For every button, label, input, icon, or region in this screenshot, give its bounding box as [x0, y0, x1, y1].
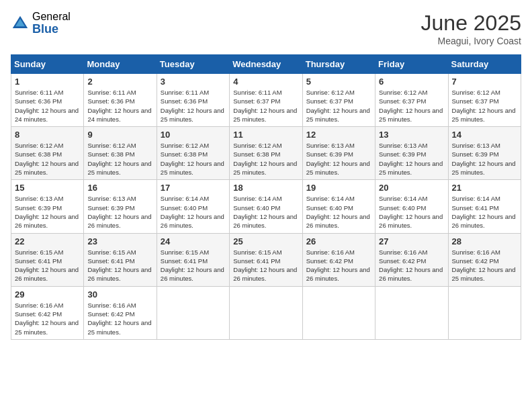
table-row [375, 286, 448, 339]
table-row: 11Sunrise: 6:12 AMSunset: 6:38 PMDayligh… [230, 127, 302, 180]
col-monday: Monday [84, 55, 157, 74]
table-row: 14Sunrise: 6:13 AMSunset: 6:39 PMDayligh… [448, 127, 521, 180]
table-row: 1Sunrise: 6:11 AMSunset: 6:36 PMDaylight… [11, 74, 84, 127]
col-thursday: Thursday [302, 55, 375, 74]
table-row [157, 286, 229, 339]
table-row: 10Sunrise: 6:12 AMSunset: 6:38 PMDayligh… [157, 127, 229, 180]
table-row: 3Sunrise: 6:11 AMSunset: 6:36 PMDaylight… [157, 74, 229, 127]
title-area: June 2025 Meagui, Ivory Coast [421, 11, 521, 46]
table-row: 4Sunrise: 6:11 AMSunset: 6:37 PMDaylight… [230, 74, 302, 127]
table-row: 27Sunrise: 6:16 AMSunset: 6:42 PMDayligh… [375, 233, 448, 286]
table-row: 26Sunrise: 6:16 AMSunset: 6:42 PMDayligh… [302, 233, 375, 286]
table-row: 29Sunrise: 6:16 AMSunset: 6:42 PMDayligh… [11, 286, 84, 339]
table-row: 5Sunrise: 6:12 AMSunset: 6:37 PMDaylight… [302, 74, 375, 127]
table-row: 16Sunrise: 6:13 AMSunset: 6:39 PMDayligh… [84, 180, 157, 233]
table-row [302, 286, 375, 339]
table-row [230, 286, 302, 339]
table-row: 17Sunrise: 6:14 AMSunset: 6:40 PMDayligh… [157, 180, 229, 233]
table-row: 19Sunrise: 6:14 AMSunset: 6:40 PMDayligh… [302, 180, 375, 233]
table-row: 22Sunrise: 6:15 AMSunset: 6:41 PMDayligh… [11, 233, 84, 286]
location-title: Meagui, Ivory Coast [421, 36, 521, 46]
col-saturday: Saturday [448, 55, 521, 74]
table-row: 13Sunrise: 6:13 AMSunset: 6:39 PMDayligh… [375, 127, 448, 180]
table-row: 18Sunrise: 6:14 AMSunset: 6:40 PMDayligh… [230, 180, 302, 233]
month-title: June 2025 [421, 11, 521, 36]
table-row: 9Sunrise: 6:12 AMSunset: 6:38 PMDaylight… [84, 127, 157, 180]
logo-blue: Blue [32, 23, 71, 36]
table-row: 12Sunrise: 6:13 AMSunset: 6:39 PMDayligh… [302, 127, 375, 180]
table-row: 15Sunrise: 6:13 AMSunset: 6:39 PMDayligh… [11, 180, 84, 233]
logo-icon [11, 14, 30, 33]
table-row [448, 286, 521, 339]
table-row: 30Sunrise: 6:16 AMSunset: 6:42 PMDayligh… [84, 286, 157, 339]
table-row: 25Sunrise: 6:15 AMSunset: 6:41 PMDayligh… [230, 233, 302, 286]
table-row: 2Sunrise: 6:11 AMSunset: 6:36 PMDaylight… [84, 74, 157, 127]
col-tuesday: Tuesday [157, 55, 229, 74]
col-wednesday: Wednesday [230, 55, 302, 74]
table-row: 20Sunrise: 6:14 AMSunset: 6:40 PMDayligh… [375, 180, 448, 233]
table-row: 6Sunrise: 6:12 AMSunset: 6:37 PMDaylight… [375, 74, 448, 127]
table-row: 7Sunrise: 6:12 AMSunset: 6:37 PMDaylight… [448, 74, 521, 127]
logo-general: General [32, 11, 71, 23]
table-row: 23Sunrise: 6:15 AMSunset: 6:41 PMDayligh… [84, 233, 157, 286]
table-row: 8Sunrise: 6:12 AMSunset: 6:38 PMDaylight… [11, 127, 84, 180]
logo-text: General Blue [32, 11, 71, 36]
col-friday: Friday [375, 55, 448, 74]
page-header: General Blue June 2025 Meagui, Ivory Coa… [11, 11, 521, 46]
calendar: Sunday Monday Tuesday Wednesday Thursday… [11, 54, 521, 340]
logo: General Blue [11, 11, 71, 36]
table-row: 24Sunrise: 6:15 AMSunset: 6:41 PMDayligh… [157, 233, 229, 286]
col-sunday: Sunday [11, 55, 84, 74]
table-row: 28Sunrise: 6:16 AMSunset: 6:42 PMDayligh… [448, 233, 521, 286]
table-row: 21Sunrise: 6:14 AMSunset: 6:41 PMDayligh… [448, 180, 521, 233]
